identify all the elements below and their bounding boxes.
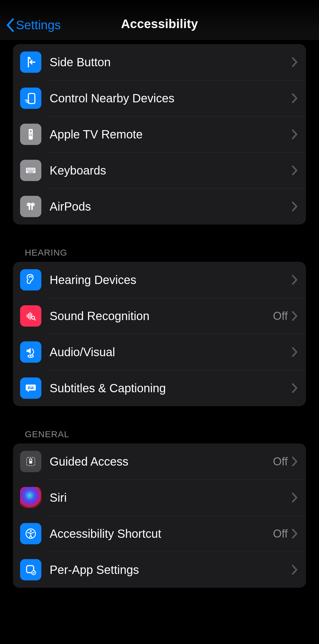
back-button[interactable]: Settings xyxy=(6,18,61,32)
svg-rect-11 xyxy=(31,169,32,170)
svg-rect-3 xyxy=(30,134,30,135)
svg-rect-35 xyxy=(28,387,31,388)
row-guided-access[interactable]: Guided Access Off xyxy=(13,443,306,480)
svg-point-42 xyxy=(30,530,32,532)
group-physical: Side Button Control Nearby Devices xyxy=(13,44,306,225)
svg-rect-16 xyxy=(30,170,31,171)
page-title: Accessibility xyxy=(121,17,198,31)
svg-rect-15 xyxy=(28,170,29,171)
group-hearing: Hearing Devices Sound Recognitio xyxy=(13,262,306,406)
row-label: Subtitles & Captioning xyxy=(50,382,292,395)
svg-rect-19 xyxy=(34,170,35,171)
row-control-nearby-devices[interactable]: Control Nearby Devices xyxy=(13,80,306,116)
svg-rect-22 xyxy=(29,205,30,210)
svg-rect-13 xyxy=(34,169,35,170)
per-app-settings-icon xyxy=(20,559,41,580)
row-subtitles-captioning[interactable]: Subtitles & Captioning xyxy=(13,370,306,406)
apple-tv-remote-icon xyxy=(20,124,41,145)
back-label: Settings xyxy=(16,18,61,32)
section-header-general: General xyxy=(25,429,306,439)
svg-rect-12 xyxy=(33,169,34,170)
row-label: Control Nearby Devices xyxy=(50,92,292,105)
siri-icon xyxy=(20,487,41,508)
sound-recognition-icon xyxy=(20,305,41,327)
chevron-right-icon xyxy=(292,347,298,357)
side-button-icon xyxy=(20,51,41,73)
nav-bar: Settings Accessibility xyxy=(0,0,319,40)
row-label: Guided Access xyxy=(50,455,273,468)
row-label: Audio/Visual xyxy=(50,346,292,359)
audio-visual-icon xyxy=(20,341,41,363)
svg-rect-4 xyxy=(31,134,32,135)
svg-point-25 xyxy=(27,204,28,205)
chevron-right-icon xyxy=(292,57,298,67)
row-label: Sound Recognition xyxy=(50,309,273,323)
accessibility-shortcut-icon xyxy=(20,523,41,544)
content: Side Button Control Nearby Devices xyxy=(0,44,319,606)
svg-point-26 xyxy=(33,204,34,205)
row-value: Off xyxy=(273,455,288,468)
row-side-button[interactable]: Side Button xyxy=(13,44,306,80)
group-general: Guided Access Off Siri Accessibility Sho… xyxy=(13,443,306,588)
row-sound-recognition[interactable]: Sound Recognition Off xyxy=(13,298,306,334)
subtitles-icon xyxy=(20,377,41,399)
chevron-right-icon xyxy=(292,493,298,503)
chevron-right-icon xyxy=(292,129,298,139)
svg-point-2 xyxy=(30,130,32,132)
svg-point-34 xyxy=(30,356,31,357)
row-value: Off xyxy=(273,527,288,540)
row-label: Accessibility Shortcut xyxy=(50,527,273,540)
row-label: Hearing Devices xyxy=(50,273,292,287)
svg-rect-24 xyxy=(31,205,33,210)
row-label: Side Button xyxy=(50,56,292,69)
svg-point-23 xyxy=(31,203,35,206)
row-label: Apple TV Remote xyxy=(50,128,292,141)
row-hearing-devices[interactable]: Hearing Devices xyxy=(13,262,306,298)
chevron-right-icon xyxy=(292,275,298,285)
chevron-right-icon xyxy=(292,311,298,321)
chevron-right-icon xyxy=(292,165,298,175)
chevron-right-icon xyxy=(292,565,298,575)
svg-line-32 xyxy=(34,319,35,320)
chevron-right-icon xyxy=(292,383,298,393)
row-label: Per-App Settings xyxy=(50,563,292,577)
row-value: Off xyxy=(273,310,288,322)
hearing-devices-icon xyxy=(20,269,41,290)
row-keyboards[interactable]: Keyboards xyxy=(13,152,306,188)
control-nearby-devices-icon xyxy=(20,88,41,109)
row-siri[interactable]: Siri xyxy=(13,480,306,516)
svg-rect-10 xyxy=(30,169,31,170)
row-accessibility-shortcut[interactable]: Accessibility Shortcut Off xyxy=(13,516,306,552)
svg-rect-6 xyxy=(31,135,32,136)
row-audio-visual[interactable]: Audio/Visual xyxy=(13,334,306,370)
svg-rect-37 xyxy=(28,388,30,389)
chevron-left-icon xyxy=(6,18,15,32)
svg-point-21 xyxy=(27,203,31,206)
svg-rect-14 xyxy=(27,170,28,171)
guided-access-icon xyxy=(20,451,41,472)
airpods-icon xyxy=(20,196,41,217)
row-airpods[interactable]: AirPods xyxy=(13,188,306,225)
row-label: Keyboards xyxy=(50,164,292,177)
svg-rect-8 xyxy=(27,169,28,170)
chevron-right-icon xyxy=(292,529,298,539)
svg-rect-5 xyxy=(30,135,30,136)
svg-rect-18 xyxy=(33,170,34,171)
svg-rect-40 xyxy=(29,461,32,464)
svg-rect-20 xyxy=(28,172,33,172)
keyboards-icon xyxy=(20,160,41,181)
svg-rect-17 xyxy=(31,170,32,171)
chevron-right-icon xyxy=(292,93,298,103)
row-label: Siri xyxy=(50,491,292,504)
chevron-right-icon xyxy=(292,201,298,212)
svg-rect-38 xyxy=(30,388,34,389)
row-label: AirPods xyxy=(50,200,292,213)
row-per-app-settings[interactable]: Per-App Settings xyxy=(13,552,306,588)
svg-rect-36 xyxy=(31,387,34,388)
row-apple-tv-remote[interactable]: Apple TV Remote xyxy=(13,116,306,152)
section-header-hearing: Hearing xyxy=(25,248,306,258)
svg-rect-9 xyxy=(28,169,29,170)
chevron-right-icon xyxy=(292,456,298,467)
